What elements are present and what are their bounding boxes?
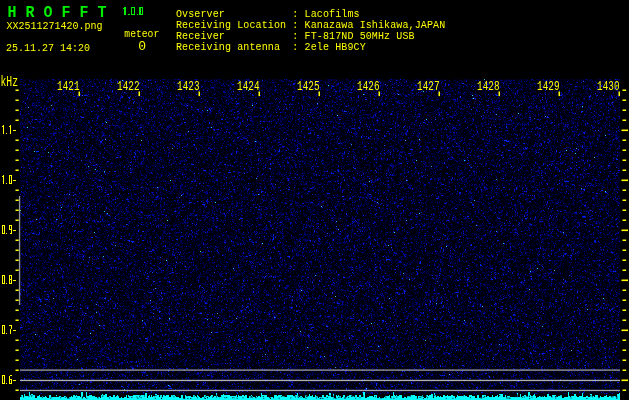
svg-text:Receiving Location : Kanazawa: Receiving Location : Kanazawa Ishikawa,J… [176, 20, 445, 31]
svg-text:1424: 1424 [237, 80, 259, 94]
svg-text:1423: 1423 [177, 80, 199, 94]
svg-text:25.11.27 14:20: 25.11.27 14:20 [6, 43, 90, 54]
svg-text:H R O F F T: H R O F F T [8, 4, 107, 23]
svg-text:1426: 1426 [357, 80, 379, 94]
svg-text:Receiving antenna : 2ele HB9C: Receiving antenna : 2ele HB9CY [176, 42, 366, 53]
svg-text:1430: 1430 [597, 80, 619, 94]
svg-text:1425: 1425 [297, 80, 319, 94]
svg-text:1429: 1429 [537, 80, 559, 94]
svg-text:Receiver : FT-817ND: Receiver : FT-817ND 50MHz USB [176, 31, 415, 42]
svg-text:XX2511271420.png: XX2511271420.png [7, 21, 103, 32]
svg-text:1427: 1427 [417, 80, 439, 94]
svg-text:meteor: meteor [124, 28, 159, 40]
svg-text:1422: 1422 [117, 80, 139, 94]
svg-text:Ovserver : Lacofilms: Ovserver : Lacofilms [176, 9, 360, 20]
svg-text:1421: 1421 [57, 80, 79, 94]
svg-text:0: 0 [138, 39, 146, 54]
svg-text:1428: 1428 [477, 80, 499, 94]
svg-text:kHz: kHz [1, 74, 19, 90]
